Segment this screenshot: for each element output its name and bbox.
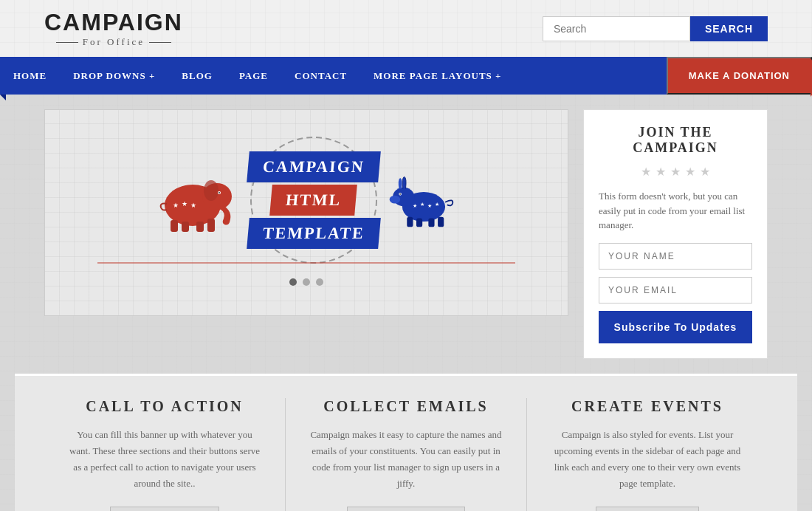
sidebar-description: This form doesn't work, but you can easi…: [599, 189, 752, 233]
star-5: ★: [700, 165, 710, 179]
nav-item-home[interactable]: HOME: [0, 57, 60, 95]
search-button[interactable]: SEARCH: [690, 16, 768, 41]
svg-point-17: [399, 193, 401, 194]
bottom-col-2-title: COLLECT EMAILS: [308, 398, 504, 415]
sidebar: JOIN THE CAMPAIGN ★ ★ ★ ★ ★ This form do…: [583, 109, 768, 359]
logo-subtitle-text: For Office: [56, 36, 171, 48]
svg-rect-18: [407, 216, 413, 227]
svg-text:★: ★: [427, 203, 432, 209]
nav-donate-button[interactable]: MAKE A DONATION: [667, 57, 812, 95]
stars-row: ★ ★ ★ ★ ★: [599, 165, 752, 179]
logo: CAMPAIGN For Office: [44, 9, 183, 48]
svg-text:★: ★: [173, 202, 179, 209]
svg-text:★: ★: [182, 200, 187, 208]
header-search: SEARCH: [543, 16, 768, 41]
svg-point-15: [390, 195, 401, 203]
contribute-button[interactable]: CONTRIBUTE: [110, 507, 220, 511]
svg-rect-7: [196, 222, 204, 232]
nav-left: HOME DROP DOWNS + BLOG PAGE CONTACT MORE…: [0, 57, 667, 95]
sidebar-title: JOIN THE CAMPAIGN: [599, 125, 752, 156]
svg-rect-19: [416, 218, 422, 227]
slider-dot-1[interactable]: [289, 278, 297, 286]
slider-inner: ★ ★ ★ CAMPAIGN HTML TEMPLATE: [45, 129, 568, 271]
slider-dot-2[interactable]: [303, 278, 310, 286]
name-field[interactable]: [599, 243, 752, 270]
logo-campaign-text: CAMPAIGN: [44, 9, 183, 36]
bottom-col-2-text: Campaign makes it easy to capture the na…: [308, 427, 504, 492]
nav-item-dropdowns[interactable]: DROP DOWNS +: [60, 57, 168, 95]
nav-item-more[interactable]: MORE PAGE LAYOUTS +: [360, 57, 515, 95]
svg-rect-21: [438, 216, 444, 227]
svg-rect-6: [182, 222, 189, 232]
svg-rect-20: [428, 218, 434, 227]
badge-line1: CAMPAIGN: [247, 151, 380, 182]
svg-text:★: ★: [413, 203, 417, 209]
svg-rect-8: [207, 219, 215, 232]
bottom-col-3-text: Campaign is also styled for events. List…: [549, 427, 746, 492]
bottom-sections: CALL TO ACTION You can fill this banner …: [15, 374, 797, 512]
bottom-col-1: CALL TO ACTION You can fill this banner …: [44, 398, 286, 512]
bottom-col-3: CREATE EVENTS Campaign is also styled fo…: [527, 398, 768, 512]
bottom-col-1-text: You can fill this banner up with whateve…: [66, 427, 263, 492]
slider-container: ★ ★ ★ CAMPAIGN HTML TEMPLATE: [44, 109, 568, 316]
svg-rect-5: [171, 220, 178, 232]
main-content: ★ ★ ★ CAMPAIGN HTML TEMPLATE: [0, 95, 812, 374]
bottom-col-1-title: CALL TO ACTION: [66, 398, 263, 415]
donkey-icon: ★ ★ ★ ★: [387, 167, 461, 233]
star-2: ★: [656, 165, 666, 179]
badge-line2: HTML: [270, 185, 358, 216]
nav-item-page[interactable]: PAGE: [226, 57, 281, 95]
badge-line3: TEMPLATE: [247, 218, 381, 249]
bottom-col-2: COLLECT EMAILS Campaign makes it easy to…: [286, 398, 527, 512]
star-1: ★: [641, 165, 651, 179]
star-4: ★: [685, 165, 695, 179]
nav-item-blog[interactable]: BLOG: [168, 57, 226, 95]
svg-text:★: ★: [435, 202, 439, 208]
header: CAMPAIGN For Office SEARCH: [0, 0, 812, 57]
slider-red-line: [97, 262, 515, 264]
email-field[interactable]: [599, 277, 752, 303]
sign-me-up-button[interactable]: SIGN ME UP: [596, 507, 700, 511]
svg-text:★: ★: [420, 202, 424, 208]
svg-text:★: ★: [190, 202, 196, 209]
svg-point-2: [204, 180, 219, 201]
slider-dots: [289, 271, 323, 297]
star-3: ★: [670, 165, 681, 179]
get-in-touch-button[interactable]: GET IN TOUCH: [347, 507, 465, 511]
slider-dot-3[interactable]: [316, 278, 323, 286]
search-input[interactable]: [543, 16, 690, 41]
slider-section: ★ ★ ★ CAMPAIGN HTML TEMPLATE: [44, 109, 568, 316]
subscribe-button[interactable]: Subscribe To Updates: [599, 311, 752, 343]
campaign-badge: CAMPAIGN HTML TEMPLATE: [248, 151, 379, 249]
nav: HOME DROP DOWNS + BLOG PAGE CONTACT MORE…: [0, 57, 812, 95]
svg-point-4: [219, 192, 220, 193]
nav-item-contact[interactable]: CONTACT: [281, 57, 360, 95]
elephant-icon: ★ ★ ★: [152, 167, 241, 233]
bottom-col-3-title: CREATE EVENTS: [549, 398, 746, 415]
